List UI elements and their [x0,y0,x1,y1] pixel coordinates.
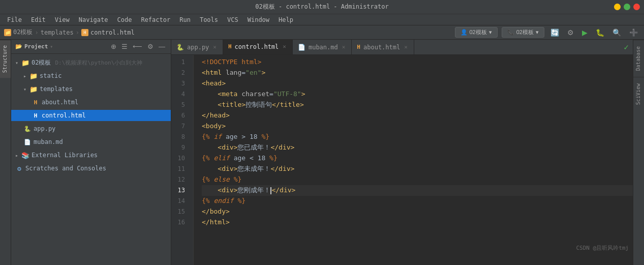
project-icon: 📁 [4,29,11,36]
menu-file[interactable]: File [3,15,26,24]
file-icon-muban: 📄 [23,139,32,145]
menu-vcs[interactable]: VCS [223,15,242,24]
menu-view[interactable]: View [51,15,74,24]
watermark: CSDN @且听风吟tmj [576,244,629,252]
line-num-6: 6 [171,110,189,121]
tab-control[interactable]: H control.html ✕ [223,40,293,55]
code-editor[interactable]: 1 2 3 4 5 6 7 8 9 10 11 12 13 14 15 16 [171,55,633,265]
code-span: {% [202,174,210,185]
tree-item-extlibs[interactable]: ▸ 📚 External Libraries [11,149,171,162]
branch-btn[interactable]: 📞 02模板 ▾ [502,27,544,38]
maximize-button[interactable] [624,4,630,10]
left-tab-structure[interactable]: Structure [0,40,11,78]
check-mark: ✓ [620,42,633,52]
breadcrumb-file-icon: H [81,29,88,36]
code-content[interactable]: <!DOCTYPE html> <html lang = "en" > <hea… [194,55,633,265]
icon-scratches: ⚙ [15,165,23,172]
tab-label-about: about.html [363,44,400,51]
tree-item-static[interactable]: ▸ 📁 static [11,69,171,82]
line-num-2: 2 [171,68,189,78]
tree-label-control: control.html [42,112,86,119]
line-num-4: 4 [171,89,189,100]
breadcrumb-root[interactable]: 02模板 [13,28,33,37]
breadcrumb-bar: 📁 02模板 › templates › H control.html 👤 02… [0,25,644,40]
menu-refactor[interactable]: Refactor [137,15,174,24]
menu-code[interactable]: Code [113,15,136,24]
sidebar-title-label: Project [24,43,48,50]
sidebar-collapse-btn[interactable]: ⟵ [131,42,144,51]
menu-tools[interactable]: Tools [196,15,222,24]
breadcrumb-templates[interactable]: templates [41,29,74,36]
add-btn[interactable]: ➕ [627,27,640,38]
code-span: <html [202,68,222,78]
tab-apppy[interactable]: 🐍 app.py ✕ [171,40,223,55]
sidebar-close-btn[interactable]: — [157,42,167,51]
settings-btn[interactable]: ⚙ [565,27,576,38]
folder-icon-extlibs: 📚 [21,152,29,159]
menu-edit[interactable]: Edit [27,15,50,24]
code-span [202,142,218,153]
menu-navigate[interactable]: Navigate [75,15,112,24]
code-span: 您刚成年！ [237,185,270,196]
search-btn[interactable]: 🔍 [610,27,623,38]
tab-about[interactable]: H about.html ✕ [352,40,414,55]
tree-label-static: static [40,72,62,79]
code-span: <div> [218,142,237,153]
code-span: elif [210,153,234,164]
folder-icon-static: 📁 [29,72,38,80]
code-span: %} [237,196,246,207]
file-icon-apppy: 🐍 [23,126,32,132]
tab-close-about[interactable]: ✕ [403,44,409,50]
run-label: 02模板 [470,28,487,36]
run-btn[interactable]: ▶ [580,27,590,38]
tree-item-muban[interactable]: 📄 muban.md [11,135,171,149]
tab-icon-apppy: 🐍 [176,44,184,51]
expand-arrow-static: ▸ [23,73,26,79]
code-span: age > 18 [226,132,258,142]
line-num-5: 5 [171,100,189,110]
menu-run[interactable]: Run [175,15,195,24]
code-span: > [301,89,305,100]
tree-item-apppy[interactable]: 🐍 app.py [11,122,171,135]
minimize-button[interactable] [614,4,621,10]
side-tab-sciview[interactable]: SciView [633,77,644,111]
code-line-5: <title> 控制语句 </title> [202,100,633,110]
tree-item-about[interactable]: H about.html [11,96,171,109]
sidebar-expand-btn[interactable]: ☰ [120,42,129,51]
menu-window[interactable]: Window [243,15,273,24]
sidebar-settings-btn[interactable]: ⚙ [146,42,155,51]
code-line-13: <div> 您刚成年！ </div> [202,185,633,196]
tab-close-apppy[interactable]: ✕ [212,44,218,50]
tree-item-templates[interactable]: ▾ 📁 templates [11,82,171,96]
editor-container: 🐍 app.py ✕ H control.html ✕ 📄 muban.md ✕… [171,40,633,265]
expand-arrow-templates: ▾ [23,86,26,92]
tree-label-root: 02模板 [32,58,51,67]
refresh-btn[interactable]: 🔄 [548,27,561,38]
tree-item-root[interactable]: ▾ 📁 02模板 D:\视频课程\python\小白到大神 [11,56,171,69]
code-span: 您未成年！ [237,164,270,174]
code-span: </title> [272,100,304,110]
breadcrumb-sep-2: › [76,29,79,36]
breadcrumb-file[interactable]: control.html [90,29,135,36]
tree-item-scratches[interactable]: ⚙ Scratches and Consoles [11,162,171,175]
tab-icon-about: H [357,44,360,50]
tab-close-muban[interactable]: ✕ [341,44,347,50]
code-span [202,185,218,196]
file-icon-control: H [32,112,40,119]
code-line-11: <div> 您未成年！ </div> [202,164,633,174]
menu-help[interactable]: Help [274,15,297,24]
tab-close-control[interactable]: ✕ [282,43,287,50]
tree-item-control[interactable]: H control.html [11,109,171,122]
line-num-11: 11 [171,164,189,174]
debug-btn[interactable]: 🐛 [594,27,606,38]
folder-icon-templates: 📁 [29,85,38,93]
sidebar-add-btn[interactable]: ⊕ [109,42,118,51]
sidebar-folder-icon: 📂 [15,43,22,50]
tab-muban[interactable]: 📄 muban.md ✕ [293,40,352,55]
code-span: else [210,174,234,185]
close-button[interactable] [633,4,640,10]
side-tab-database[interactable]: Database [633,40,644,77]
run-config-btn[interactable]: 👤 02模板 ▾ [455,27,498,38]
code-span: <body> [202,121,226,132]
tree-label-about: about.html [42,99,78,106]
